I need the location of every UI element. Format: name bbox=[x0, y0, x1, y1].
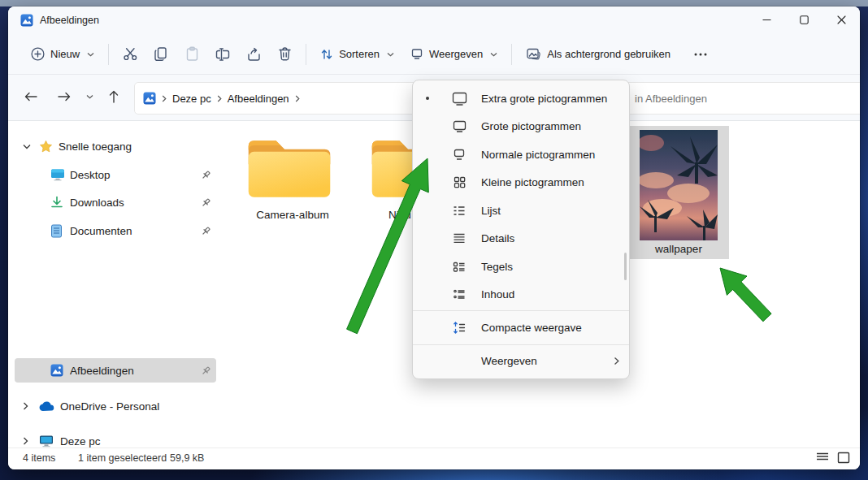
desktop-icon bbox=[50, 168, 70, 181]
view-button[interactable]: Weergeven bbox=[402, 42, 506, 66]
close-button[interactable] bbox=[822, 6, 860, 32]
quick-access-label: Snelle toegang bbox=[59, 141, 132, 153]
paste-button bbox=[176, 41, 207, 68]
maximize-button[interactable] bbox=[785, 6, 822, 32]
rename-button[interactable] bbox=[207, 41, 238, 68]
back-button[interactable] bbox=[20, 85, 42, 108]
trash-icon bbox=[278, 46, 292, 62]
use-as-background-label: Als achtergrond gebruiken bbox=[547, 48, 671, 60]
picture-icon bbox=[526, 47, 541, 61]
sidebar-item-pictures[interactable]: Afbeeldingen bbox=[8, 358, 219, 383]
minimize-button[interactable] bbox=[748, 6, 785, 32]
view-icon bbox=[410, 48, 423, 60]
file-explorer-window: Afbeeldingen Nieuw bbox=[8, 6, 860, 469]
ellipsis-icon bbox=[694, 53, 707, 56]
menu-divider bbox=[413, 344, 629, 345]
file-item-camera-album[interactable]: Camera-album bbox=[242, 130, 343, 221]
menu-scrollbar-thumb[interactable] bbox=[624, 253, 627, 280]
wallpaper-thumbnail bbox=[640, 130, 718, 240]
up-button[interactable] bbox=[102, 85, 125, 108]
menu-item-small-icons[interactable]: Kleine pictogrammen bbox=[413, 169, 629, 197]
file-item-wallpaper[interactable]: wallpaper bbox=[628, 126, 729, 259]
command-toolbar: Nieuw Sorteren Weergeven bbox=[8, 34, 860, 75]
share-button[interactable] bbox=[238, 41, 269, 68]
menu-item-large-icons[interactable]: Grote pictogrammen bbox=[413, 113, 629, 141]
toolbar-divider bbox=[306, 44, 306, 65]
new-button[interactable]: Nieuw bbox=[23, 41, 102, 67]
forward-button[interactable] bbox=[53, 85, 76, 108]
sort-button-label: Sorteren bbox=[339, 48, 380, 60]
download-icon bbox=[50, 196, 70, 209]
chevron-collapsed-icon[interactable] bbox=[23, 402, 39, 410]
toolbar-divider bbox=[108, 44, 109, 65]
cut-button[interactable] bbox=[115, 41, 145, 68]
desktop-top-strip bbox=[0, 0, 868, 6]
menu-item-compact-view[interactable]: Compacte weergave bbox=[413, 313, 629, 343]
more-options-button[interactable] bbox=[685, 41, 716, 68]
pictures-folder-icon bbox=[143, 92, 156, 105]
sort-arrows-icon bbox=[320, 48, 333, 61]
status-bar: 4 items 1 item geselecteerd 59,9 kB bbox=[8, 448, 860, 469]
circle-plus-icon bbox=[31, 47, 45, 61]
tiles-icon bbox=[445, 262, 473, 272]
sidebar-item-quick-access[interactable]: Snelle toegang bbox=[8, 134, 219, 158]
sidebar-item-desktop[interactable]: Desktop bbox=[8, 162, 219, 187]
document-icon bbox=[50, 224, 70, 238]
view-dropdown-menu: Extra grote pictogrammen Grote pictogram… bbox=[412, 80, 630, 379]
menu-item-list[interactable]: Lijst bbox=[413, 197, 629, 225]
large-thumbnails-view-toggle[interactable] bbox=[837, 452, 850, 464]
rename-icon bbox=[215, 48, 231, 61]
chevron-expanded-icon[interactable] bbox=[23, 144, 39, 149]
pin-icon bbox=[201, 365, 211, 376]
chevron-down-icon bbox=[490, 52, 497, 57]
computer-icon bbox=[39, 435, 60, 448]
search-input[interactable]: in Afbeeldingen bbox=[626, 82, 860, 115]
breadcrumb-chevron-icon bbox=[162, 95, 167, 102]
menu-item-tiles[interactable]: Tegels bbox=[413, 253, 629, 281]
menu-item-content[interactable]: Inhoud bbox=[413, 281, 629, 309]
recent-locations-button[interactable] bbox=[80, 85, 98, 108]
sidebar-item-label: OneDrive - Personal bbox=[60, 400, 159, 413]
menu-item-details[interactable]: Details bbox=[413, 225, 629, 253]
extra-large-icons-icon bbox=[445, 92, 473, 106]
breadcrumb-item-this-pc[interactable]: Deze pc bbox=[172, 93, 211, 105]
sidebar-item-onedrive[interactable]: OneDrive - Personal bbox=[8, 394, 219, 418]
pin-icon bbox=[201, 197, 211, 208]
compact-view-icon bbox=[445, 322, 473, 334]
menu-item-medium-icons[interactable]: Normale pictogrammen bbox=[413, 141, 629, 169]
folder-icon bbox=[242, 130, 343, 206]
breadcrumb-item-pictures[interactable]: Afbeeldingen bbox=[228, 93, 289, 105]
sidebar-item-label: Documenten bbox=[70, 225, 132, 237]
clipboard-icon bbox=[185, 46, 199, 62]
star-icon bbox=[39, 140, 59, 154]
menu-item-show-submenu[interactable]: Weergeven bbox=[413, 347, 629, 375]
use-as-background-button[interactable]: Als achtergrond gebruiken bbox=[518, 41, 679, 67]
breadcrumb-chevron-icon bbox=[295, 95, 300, 102]
scissors-icon bbox=[123, 46, 138, 62]
chevron-down-icon bbox=[387, 52, 394, 57]
details-view-toggle[interactable] bbox=[816, 452, 829, 464]
view-button-label: Weergeven bbox=[429, 48, 483, 60]
sidebar-item-downloads[interactable]: Downloads bbox=[8, 190, 219, 214]
item-count: 4 items bbox=[23, 452, 55, 464]
large-icons-icon bbox=[445, 120, 473, 132]
delete-button[interactable] bbox=[269, 41, 300, 68]
sidebar-item-label: Deze pc bbox=[60, 435, 101, 448]
content-icon bbox=[445, 289, 473, 300]
file-label: Camera-album bbox=[242, 209, 343, 221]
sidebar-item-documents[interactable]: Documenten bbox=[8, 218, 219, 243]
sort-button[interactable]: Sorteren bbox=[312, 42, 402, 67]
share-icon bbox=[246, 47, 262, 62]
menu-item-extra-large-icons[interactable]: Extra grote pictogrammen bbox=[413, 84, 629, 113]
chevron-collapsed-icon[interactable] bbox=[23, 437, 39, 445]
new-button-label: Nieuw bbox=[50, 48, 80, 60]
window-title: Afbeeldingen bbox=[40, 15, 99, 26]
sidebar-item-label: Desktop bbox=[70, 169, 111, 181]
breadcrumb-chevron-icon bbox=[217, 95, 222, 102]
copy-icon bbox=[154, 46, 168, 62]
selection-size: 59,9 kB bbox=[170, 452, 204, 464]
file-label: wallpaper bbox=[628, 243, 729, 255]
list-icon bbox=[445, 205, 473, 216]
submenu-chevron-icon bbox=[614, 357, 619, 365]
copy-button[interactable] bbox=[145, 41, 176, 68]
